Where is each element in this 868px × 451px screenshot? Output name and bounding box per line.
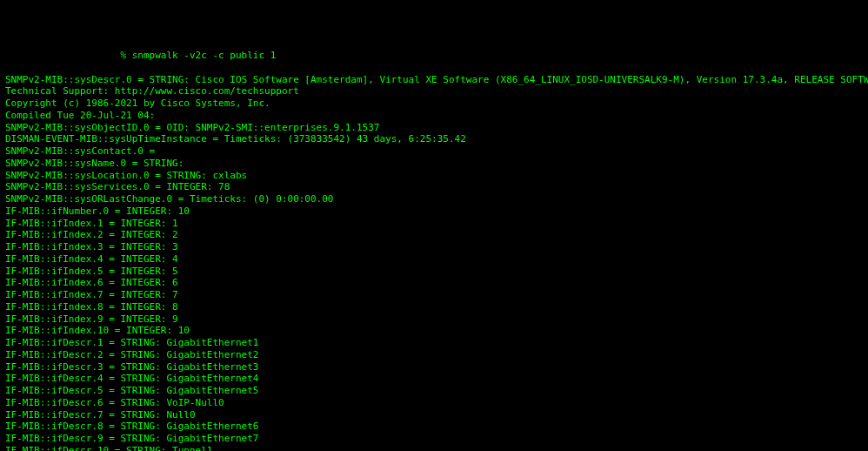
output-line: Technical Support: http://www.cisco.com/… [5,85,863,98]
output-line: SNMPv2-MIB::sysServices.0 = INTEGER: 78 [5,181,863,193]
output-line: IF-MIB::ifIndex.9 = INTEGER: 9 [5,313,863,326]
prompt-symbol: % [120,50,126,61]
terminal-output: SNMPv2-MIB::sysDescr.0 = STRING: Cisco I… [5,74,863,452]
command-prompt-line[interactable]: % snmpwalk -v2c -c public 1 [5,50,863,62]
output-line: SNMPv2-MIB::sysObjectID.0 = OID: SNMPv2-… [5,122,863,134]
output-line: SNMPv2-MIB::sysLocation.0 = STRING: cxla… [5,170,863,182]
output-line: IF-MIB::ifDescr.6 = STRING: VoIP-Null0 [5,397,863,409]
output-line: IF-MIB::ifIndex.2 = INTEGER: 2 [5,229,863,241]
output-line: IF-MIB::ifIndex.5 = INTEGER: 5 [5,266,863,278]
output-line: IF-MIB::ifIndex.6 = INTEGER: 6 [5,277,863,289]
output-line: IF-MIB::ifIndex.7 = INTEGER: 7 [5,289,863,301]
output-line: IF-MIB::ifIndex.8 = INTEGER: 8 [5,301,863,313]
output-line: IF-MIB::ifDescr.9 = STRING: GigabitEther… [5,433,863,445]
output-line: Compiled Tue 20-Jul-21 04: [5,110,863,122]
output-line: IF-MIB::ifNumber.0 = INTEGER: 10 [5,205,863,218]
output-line: Copyright (c) 1986-2021 by Cisco Systems… [5,98,863,110]
output-line: IF-MIB::ifDescr.5 = STRING: GigabitEther… [5,385,863,397]
output-line: IF-MIB::ifDescr.7 = STRING: Null0 [5,409,863,421]
output-line: IF-MIB::ifIndex.10 = INTEGER: 10 [5,325,863,337]
output-line: SNMPv2-MIB::sysORLastChange.0 = Timetick… [5,193,863,205]
output-line: IF-MIB::ifIndex.3 = INTEGER: 3 [5,241,863,253]
output-line: IF-MIB::ifDescr.3 = STRING: GigabitEther… [5,361,863,374]
output-line: IF-MIB::ifIndex.1 = INTEGER: 1 [5,218,863,230]
output-line: SNMPv2-MIB::sysName.0 = STRING: [5,158,863,170]
output-line: IF-MIB::ifDescr.8 = STRING: GigabitEther… [5,421,863,433]
output-line: IF-MIB::ifDescr.2 = STRING: GigabitEther… [5,349,863,361]
output-line: DISMAN-EVENT-MIB::sysUpTimeInstance = Ti… [5,133,863,145]
output-line: IF-MIB::ifDescr.1 = STRING: GigabitEther… [5,337,863,349]
output-line: SNMPv2-MIB::sysDescr.0 = STRING: Cisco I… [5,74,863,86]
output-line: IF-MIB::ifDescr.4 = STRING: GigabitEther… [5,373,863,385]
output-line: SNMPv2-MIB::sysContact.0 = [5,145,863,158]
prompt-prefix [5,50,120,61]
output-line: IF-MIB::ifIndex.4 = INTEGER: 4 [5,253,863,266]
command-text: snmpwalk -v2c -c public 1 [132,50,277,61]
output-line: IF-MIB::ifDescr.10 = STRING: Tunnel1 [5,445,863,451]
